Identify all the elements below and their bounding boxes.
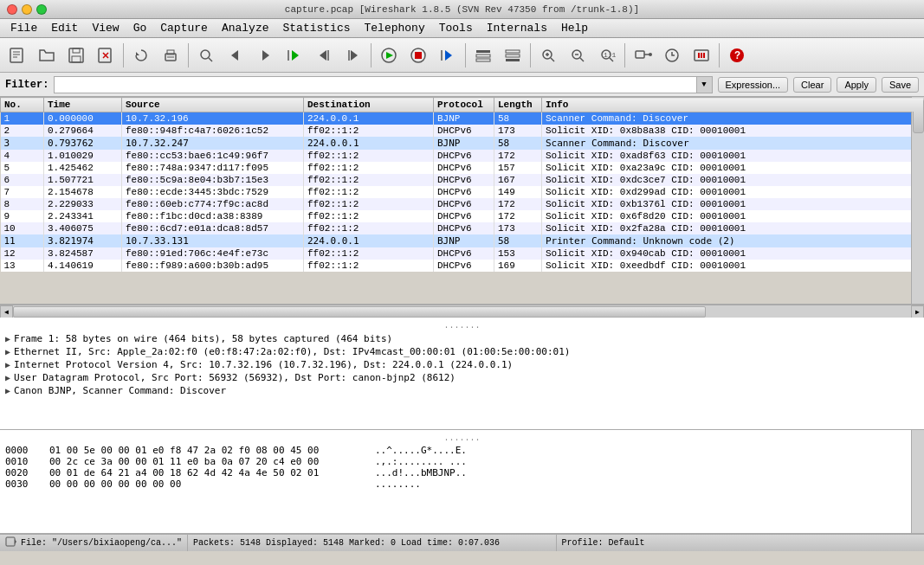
help-button[interactable]: ? [723, 42, 751, 69]
window-controls[interactable] [0, 4, 47, 15]
detail-item[interactable]: ▶Ethernet II, Src: Apple_2a:02:f0 (e0:f8… [0, 345, 924, 358]
menu-file[interactable]: File [3, 20, 44, 36]
col-header-protocol[interactable]: Protocol [434, 98, 494, 112]
detail-item[interactable]: ▶Frame 1: 58 bytes on wire (464 bits), 5… [0, 332, 924, 345]
detail-arrow[interactable]: ▶ [5, 373, 10, 382]
col-header-length[interactable]: Length [494, 98, 542, 112]
table-row[interactable]: 134.140619fe80::f989:a600:b30b:ad95ff02:… [1, 260, 924, 272]
table-row[interactable]: 51.425462fe80::748a:9347:d117:f095ff02::… [1, 162, 924, 174]
detail-arrow[interactable]: ▶ [5, 334, 10, 343]
go-back-button[interactable] [222, 42, 249, 69]
clear-button[interactable]: Clear [793, 77, 831, 93]
print-button[interactable] [157, 42, 184, 69]
start-capture-button[interactable] [375, 42, 403, 69]
menu-internals[interactable]: Internals [480, 20, 554, 36]
detail-arrow[interactable]: ▶ [5, 347, 10, 356]
hscroll-track[interactable] [13, 305, 911, 318]
table-row[interactable]: 41.010029fe80::cc53:bae6:1c49:96f7ff02::… [1, 150, 924, 162]
save-button[interactable] [62, 42, 90, 69]
open-button[interactable] [33, 42, 61, 69]
menu-edit[interactable]: Edit [44, 20, 85, 36]
menu-tools[interactable]: Tools [432, 20, 480, 36]
toolbar-separator-6 [624, 43, 625, 67]
menu-help[interactable]: Help [554, 20, 595, 36]
col-header-destination[interactable]: Destination [304, 98, 434, 112]
menu-statistics[interactable]: Statistics [275, 20, 357, 36]
table-row[interactable]: 123.824587fe80::91ed:706c:4e4f:e73cff02:… [1, 247, 924, 260]
detail-item[interactable]: ▶Canon BJNP, Scanner Command: Discover [0, 384, 924, 397]
hscroll-right-button[interactable]: ▶ [911, 305, 924, 318]
zoom-out-button[interactable] [564, 42, 591, 69]
hex-vscrollbar[interactable] [911, 430, 924, 533]
table-row[interactable]: 103.406075fe80::6cd7:e01a:dca8:8d57ff02:… [1, 222, 924, 234]
filter-dropdown-button[interactable]: ▼ [697, 76, 713, 93]
table-row[interactable]: 20.279664fe80::948f:c4a7:6026:1c52ff02::… [1, 125, 924, 137]
detail-text: Internet Protocol Version 4, Src: 10.7.3… [14, 359, 919, 370]
expression-button[interactable]: Expression... [718, 77, 789, 93]
detail-item[interactable]: ▶User Datagram Protocol, Src Port: 56932… [0, 371, 924, 384]
table-row[interactable]: 61.507721fe80::5c9a:8e04:b3b7:15e3ff02::… [1, 174, 924, 186]
svg-point-48 [649, 53, 652, 56]
apply-button[interactable]: Apply [837, 77, 876, 93]
table-row[interactable]: 82.229033fe80::60eb:c774:7f9c:ac8dff02::… [1, 198, 924, 210]
hscroll-left-button[interactable]: ◀ [0, 305, 13, 318]
hex-offset: 0000 [5, 445, 36, 456]
title-bar: capture.pcap [Wireshark 1.8.5 (SVN Rev 4… [0, 0, 924, 19]
svg-point-14 [201, 50, 210, 59]
svg-marker-18 [292, 50, 299, 61]
status-profile: Profile: Default [557, 535, 924, 551]
view-detail-button[interactable] [499, 42, 527, 69]
packet-list-hscrollbar[interactable]: ◀ ▶ [0, 305, 924, 318]
table-row[interactable]: 92.243341fe80::f1bc:d0cd:a38:8389ff02::1… [1, 210, 924, 222]
table-row[interactable]: 30.79376210.7.32.247224.0.0.1BJNP58Scann… [1, 137, 924, 150]
status-packets: Packets: 5148 Displayed: 5148 Marked: 0 … [188, 535, 556, 551]
zoom-normal-button[interactable]: 1:1 [593, 42, 621, 69]
go-forward-button[interactable] [251, 42, 279, 69]
detail-item[interactable]: ▶Internet Protocol Version 4, Src: 10.7.… [0, 358, 924, 371]
menu-telephony[interactable]: Telephony [358, 20, 432, 36]
zoom-in-button[interactable] [534, 42, 562, 69]
close-button[interactable] [7, 4, 17, 15]
table-row[interactable]: 72.154678fe80::ecde:3445:3bdc:7529ff02::… [1, 186, 924, 198]
hscroll-thumb[interactable] [13, 306, 706, 318]
menu-capture[interactable]: Capture [153, 20, 215, 36]
svg-marker-16 [231, 50, 238, 61]
go-first-button[interactable] [310, 42, 338, 69]
view-list-button[interactable] [469, 42, 497, 69]
svg-marker-17 [262, 50, 269, 61]
close-capture-button[interactable] [92, 42, 120, 69]
detail-text: Frame 1: 58 bytes on wire (464 bits), 58… [14, 333, 919, 344]
col-header-info[interactable]: Info [542, 98, 924, 112]
minimize-button[interactable] [22, 4, 32, 15]
find-packet-button[interactable] [192, 42, 220, 69]
detail-arrow[interactable]: ▶ [5, 360, 10, 369]
toolbar-separator-7 [719, 43, 720, 67]
stop-capture-button[interactable] [404, 42, 432, 69]
status-bar: File: "/Users/bixiaopeng/ca..." Packets:… [0, 534, 924, 551]
svg-rect-6 [72, 56, 81, 62]
col-header-no[interactable]: No. [1, 98, 44, 112]
svg-rect-46 [636, 51, 644, 58]
reload-button[interactable] [127, 42, 155, 69]
go-to-packet-button[interactable] [281, 42, 308, 69]
col-header-time[interactable]: Time [44, 98, 122, 112]
menu-view[interactable]: View [85, 20, 126, 36]
new-capture-button[interactable] [3, 42, 31, 69]
col-header-source[interactable]: Source [122, 98, 304, 112]
detail-arrow[interactable]: ▶ [5, 386, 10, 395]
svg-line-41 [580, 58, 584, 61]
capture-options-button[interactable] [434, 42, 462, 69]
packet-list-vscrollbar[interactable] [911, 97, 924, 304]
capture-interfaces-button[interactable] [629, 42, 656, 69]
table-row[interactable]: 10.00000010.7.32.196224.0.0.1BJNP58Scann… [1, 112, 924, 125]
go-last-button[interactable] [339, 42, 367, 69]
menu-go[interactable]: Go [126, 20, 154, 36]
maximize-button[interactable] [36, 4, 47, 15]
table-row[interactable]: 113.82197410.7.33.131224.0.0.1BJNP58Prin… [1, 234, 924, 247]
filter-input[interactable] [54, 76, 696, 93]
save-filter-button[interactable]: Save [882, 77, 919, 93]
capture-options2-button[interactable] [658, 42, 686, 69]
menu-analyze[interactable]: Analyze [215, 20, 276, 36]
svg-rect-27 [415, 52, 422, 59]
start-capture2-button[interactable] [688, 42, 715, 69]
